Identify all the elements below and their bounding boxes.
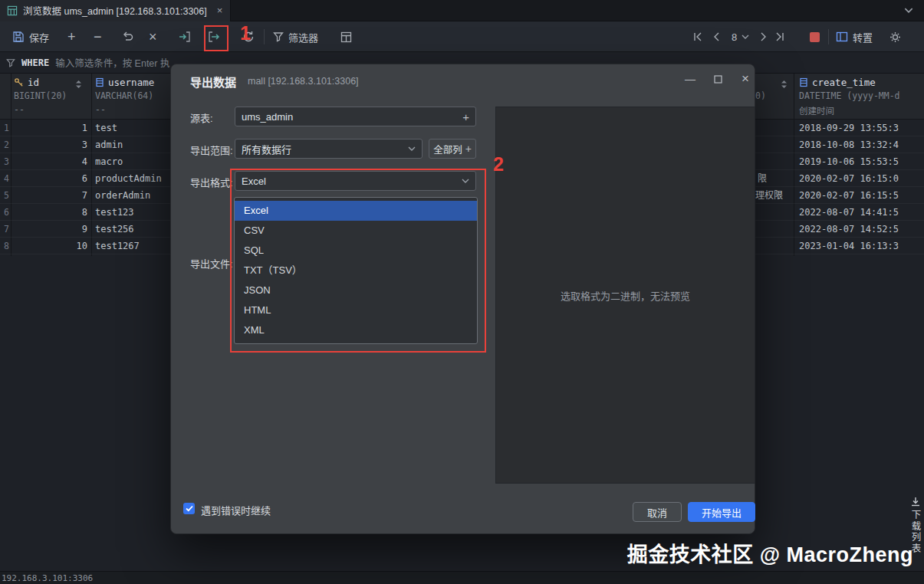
download-icon [910,497,921,507]
cell-username[interactable]: productAdmin [95,170,162,187]
revert-button[interactable] [121,21,133,52]
tab-browse-data[interactable]: 浏览数据 ums_admin [192.168.3.101:3306] × [0,0,231,21]
cell-id[interactable]: 3 [11,136,87,153]
filter-button[interactable]: 筛选器 [273,21,318,52]
cell-create-time[interactable]: 2018-09-29 13:55:3 [799,120,924,136]
chevron-down-icon [408,146,416,151]
format-option-xml[interactable]: XML [235,320,477,340]
page-size-dropdown[interactable]: 8 [732,21,749,52]
previous-page-button[interactable] [712,21,722,52]
cell-id[interactable]: 1 [11,120,87,136]
source-table-input[interactable]: ums_admin + [235,107,476,126]
sort-toggle-icon[interactable] [75,80,82,89]
cell-create-time[interactable]: 2020-02-07 16:15:0 [799,170,924,187]
next-page-button[interactable] [758,21,768,52]
start-export-button[interactable]: 开始导出 [688,502,755,522]
format-option-excel[interactable]: Excel [235,201,477,221]
cell-create-time[interactable]: 2023-01-04 16:13:3 [799,238,924,254]
column-type: BIGINT(20) [14,90,67,101]
format-option-json[interactable]: JSON [235,281,477,300]
cell-create-time[interactable]: 2022-08-07 14:52:5 [799,221,924,238]
cell-id[interactable]: 7 [11,187,87,204]
close-icon[interactable]: × [735,71,755,87]
export-range-select[interactable]: 所有数据行 [235,139,423,159]
column-header-username[interactable]: username [95,77,154,88]
add-row-button[interactable]: + [67,21,76,52]
cell-id[interactable]: 6 [11,170,87,187]
delete-row-button[interactable]: − [94,21,102,52]
cell-create-time[interactable]: 2022-08-07 14:41:5 [799,204,924,221]
cancel-changes-button[interactable]: × [149,21,157,52]
gear-icon [889,31,901,43]
cell-id[interactable]: 4 [11,153,87,170]
settings-button[interactable] [889,21,901,52]
cell-username[interactable]: macro [95,153,123,170]
table-grid-icon [7,5,18,16]
column-comment: 创建时间 [799,104,834,116]
export-format-select[interactable]: Excel [235,171,476,191]
column-name: username [108,77,154,88]
row-number: 2 [0,136,9,153]
cell-create-time[interactable]: 2019-10-06 15:53:5 [799,153,924,170]
cell-create-time[interactable]: 2020-02-07 16:15:5 [799,187,924,204]
cell-create-time[interactable]: 2018-10-08 13:32:4 [799,136,924,153]
source-table-label: 源表: [190,110,213,125]
transpose-button[interactable]: 转置 [836,21,873,52]
minus-icon: − [94,30,102,44]
cell-username[interactable]: test256 [95,221,134,238]
undo-icon [121,31,133,43]
export-data-button[interactable] [207,21,221,52]
continue-on-error-label: 遇到错误时继续 [201,503,271,517]
row-number: 6 [0,204,9,221]
add-table-icon[interactable]: + [462,110,469,123]
cell-username[interactable]: orderAdmin [95,187,150,204]
cell-id[interactable]: 10 [11,238,87,254]
cell-username[interactable]: admin [95,136,123,153]
save-icon [12,31,25,43]
plus-icon: + [465,143,472,155]
stop-icon [810,32,820,42]
maximize-icon[interactable] [708,71,728,87]
cell-username[interactable]: test123 [95,204,134,221]
tab-close-icon[interactable]: × [217,5,223,16]
preview-panel: 选取格式为二进制，无法预览 [495,107,755,484]
table-settings-icon [340,31,352,43]
cancel-button[interactable]: 取消 [633,502,682,522]
column-header-create-time[interactable]: create_time [799,77,876,88]
all-columns-button[interactable]: 全部列 + [429,139,476,159]
stop-button[interactable] [810,21,820,52]
chevron-down-icon [462,179,469,183]
continue-on-error-checkbox[interactable] [183,503,195,514]
chevron-down-icon [742,34,749,39]
export-range-value: 所有数据行 [242,142,291,156]
row-number: 8 [0,238,9,254]
import-data-button[interactable] [178,21,192,52]
cell-id[interactable]: 9 [11,221,87,238]
cell-username[interactable]: test1267 [95,238,140,254]
format-option-html[interactable]: HTML [235,300,477,320]
sort-toggle-icon[interactable] [781,80,788,89]
cell-note[interactable]: 理权限 [755,187,783,204]
cell-username[interactable]: test [95,120,117,136]
tab-list-chevron-icon[interactable] [904,8,913,13]
where-funnel-icon [6,58,15,67]
last-page-button[interactable] [774,21,785,52]
format-option-sql[interactable]: SQL [235,241,477,261]
format-option-csv[interactable]: CSV [235,221,477,241]
column-header-id[interactable]: id [14,77,39,88]
chevron-left-icon [712,31,722,42]
cell-id[interactable]: 8 [11,204,87,221]
minimize-icon[interactable]: — [680,71,700,87]
export-format-label: 导出格式: [190,175,233,189]
row-number: 4 [0,170,9,187]
format-option-txt-tsv[interactable]: TXT（TSV） [235,261,477,281]
dialog-title: 导出数据 [190,74,236,90]
save-button[interactable]: 保存 [12,21,49,52]
view-settings-button[interactable] [340,21,352,52]
filter-label: 筛选器 [288,30,318,44]
toolbar-separator [264,29,265,44]
first-page-button[interactable] [692,21,703,52]
page-size-value: 8 [732,31,737,43]
connection-address: 192.168.3.101:3306 [0,573,93,583]
cell-note[interactable]: 限 [758,170,767,187]
